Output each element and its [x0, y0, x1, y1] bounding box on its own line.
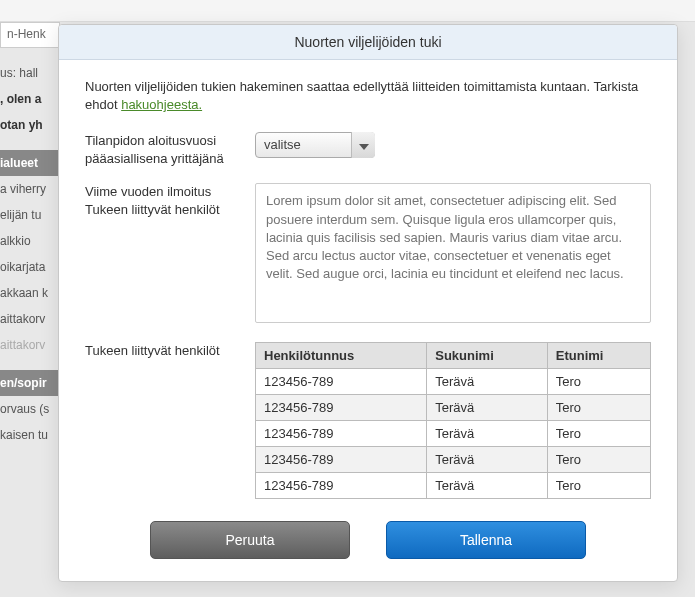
background-sidebar-item: orvaus (s — [0, 396, 60, 422]
label-line-2: Tukeen liittyvät henkilöt — [85, 202, 220, 217]
table-cell: Tero — [547, 473, 650, 499]
label-line-1: Viime vuoden ilmoitus — [85, 184, 211, 199]
background-sidebar-item: akkaan k — [0, 280, 60, 306]
background-sidebar-item — [0, 358, 60, 370]
table-cell: Tero — [547, 447, 650, 473]
table-cell: 123456-789 — [256, 369, 427, 395]
label-tukeen-liittyvat-henkilot: Tukeen liittyvät henkilöt — [85, 342, 255, 360]
background-sidebar-item: aittakorv — [0, 306, 60, 332]
table-cell: Terävä — [427, 395, 548, 421]
textarea-ilmoitus[interactable] — [255, 183, 651, 323]
background-sidebar-item: a viherry — [0, 176, 60, 202]
table-cell: 123456-789 — [256, 421, 427, 447]
select-aloitusvuosi-toggle[interactable] — [351, 132, 375, 158]
chevron-down-icon — [359, 138, 369, 153]
cancel-button[interactable]: Peruuta — [150, 521, 350, 559]
table-row: 123456-789TeräväTero — [256, 395, 651, 421]
table-cell: 123456-789 — [256, 447, 427, 473]
table-header-cell: Henkilötunnus — [256, 343, 427, 369]
background-tab-fragment: n-Henk — [0, 22, 60, 48]
table-row: 123456-789TeräväTero — [256, 369, 651, 395]
background-sidebar-item: , olen a — [0, 86, 60, 112]
table-cell: 123456-789 — [256, 395, 427, 421]
dialog-title: Nuorten viljelijöiden tuki — [59, 25, 677, 60]
table-cell: 123456-789 — [256, 473, 427, 499]
background-topbar — [0, 0, 695, 22]
table-cell: Terävä — [427, 421, 548, 447]
background-sidebar: us: hall, olen aotan yhialueeta viherrye… — [0, 60, 60, 557]
background-sidebar-item: en/sopir — [0, 370, 60, 396]
label-viime-vuoden-ilmoitus: Viime vuoden ilmoitus Tukeen liittyvät h… — [85, 183, 255, 218]
intro-link-hakuohje[interactable]: hakuohjeesta. — [121, 97, 202, 112]
background-sidebar-item: aittakorv — [0, 332, 60, 358]
table-cell: Terävä — [427, 369, 548, 395]
table-row: 123456-789TeräväTero — [256, 447, 651, 473]
background-sidebar-item — [0, 138, 60, 150]
intro-text: Nuorten viljelijöiden tukien hakeminen s… — [85, 78, 651, 114]
table-henkilot: HenkilötunnusSukunimiEtunimi 123456-789T… — [255, 342, 651, 499]
table-row: 123456-789TeräväTero — [256, 421, 651, 447]
table-cell: Tero — [547, 395, 650, 421]
table-cell: Terävä — [427, 447, 548, 473]
background-sidebar-item: oikarjata — [0, 254, 60, 280]
background-sidebar-item: alkkio — [0, 228, 60, 254]
dialog-nuorten-viljelijoiden-tuki: Nuorten viljelijöiden tuki Nuorten vilje… — [58, 24, 678, 582]
table-header-cell: Etunimi — [547, 343, 650, 369]
table-cell: Terävä — [427, 473, 548, 499]
background-sidebar-item: otan yh — [0, 112, 60, 138]
label-aloitusvuosi: Tilanpidon aloitusvuosi pääasiallisena y… — [85, 132, 255, 167]
background-sidebar-item: ialueet — [0, 150, 60, 176]
table-cell: Tero — [547, 369, 650, 395]
background-sidebar-item: us: hall — [0, 60, 60, 86]
table-cell: Tero — [547, 421, 650, 447]
table-row: 123456-789TeräväTero — [256, 473, 651, 499]
save-button[interactable]: Tallenna — [386, 521, 586, 559]
table-header-cell: Sukunimi — [427, 343, 548, 369]
background-sidebar-item: kaisen tu — [0, 422, 60, 448]
background-sidebar-item: elijän tu — [0, 202, 60, 228]
